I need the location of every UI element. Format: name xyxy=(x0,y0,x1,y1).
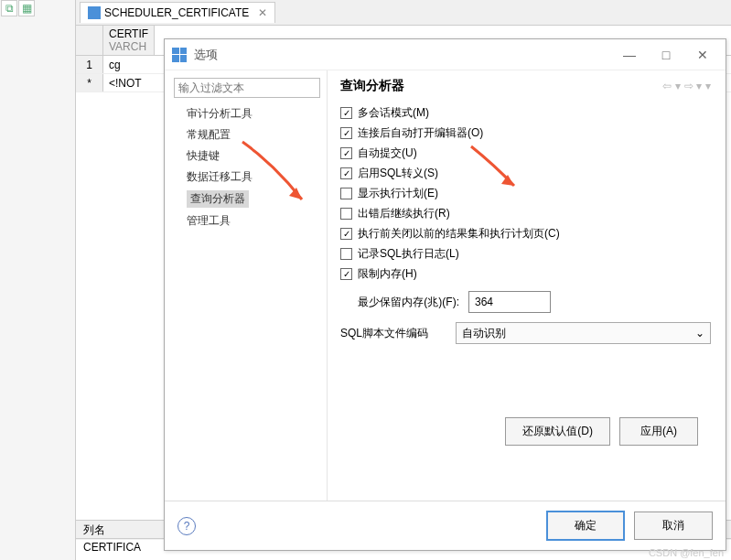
dialog-titlebar: 选项 — □ ✕ xyxy=(165,39,726,70)
minimize-icon[interactable]: — xyxy=(619,48,640,62)
encoding-select[interactable]: 自动识别 ⌄ xyxy=(456,322,711,344)
checkbox-label: 限制内存(H) xyxy=(358,266,417,282)
checkbox[interactable] xyxy=(340,127,352,139)
checkbox-row[interactable]: 执行前关闭以前的结果集和执行计划页(C) xyxy=(340,226,711,242)
apply-button[interactable]: 应用(A) xyxy=(619,417,698,446)
checkbox-label: 多会话模式(M) xyxy=(358,105,429,121)
checkbox-row[interactable]: 启用SQL转义(S) xyxy=(340,166,711,181)
checkbox-label: 出错后继续执行(R) xyxy=(358,206,450,221)
column-header[interactable]: CERTIF VARCH xyxy=(103,26,155,55)
dialog-body: 审计分析工具 常规配置 快捷键 数据迁移工具 查询分析器 管理工具 查询分析器 … xyxy=(165,70,726,501)
options-tree-panel: 审计分析工具 常规配置 快捷键 数据迁移工具 查询分析器 管理工具 xyxy=(165,70,328,501)
left-gutter: ⧉ ▦ xyxy=(0,0,76,560)
close-icon[interactable]: ✕ xyxy=(258,6,267,19)
tree-item-shortcuts[interactable]: 快捷键 xyxy=(174,145,317,167)
row-number-header xyxy=(76,26,103,55)
checkbox-row[interactable]: 多会话模式(M) xyxy=(340,105,711,121)
dialog-footer: ? 确定 取消 xyxy=(165,501,726,550)
watermark: CSDN @fen_fen xyxy=(649,547,724,558)
mem-input[interactable] xyxy=(468,291,551,313)
checkbox-label: 显示执行计划(E) xyxy=(358,186,438,201)
checkbox-label: 启用SQL转义(S) xyxy=(358,166,438,181)
checkbox[interactable] xyxy=(340,147,352,159)
section-title: 查询分析器 xyxy=(340,78,662,94)
checkbox-row[interactable]: 连接后自动打开编辑器(O) xyxy=(340,125,711,141)
tree-item-query-analyzer[interactable]: 查询分析器 xyxy=(174,188,317,210)
mem-label: 最少保留内存(兆)(F): xyxy=(340,295,459,310)
options-icon xyxy=(172,48,187,62)
tree-item-general[interactable]: 常规配置 xyxy=(174,124,317,145)
ok-button[interactable]: 确定 xyxy=(546,511,625,541)
maximize-icon[interactable]: □ xyxy=(656,48,676,62)
tab-title: SCHEDULER_CERTIFICATE xyxy=(104,6,249,19)
checkbox-row[interactable]: 出错后继续执行(R) xyxy=(340,206,711,221)
back-icon[interactable]: ⇦ ▾ xyxy=(662,80,680,92)
checkbox-label: 记录SQL执行日志(L) xyxy=(358,246,459,262)
tree-item-admin[interactable]: 管理工具 xyxy=(174,210,317,232)
checkbox[interactable] xyxy=(340,228,352,240)
chevron-down-icon: ⌄ xyxy=(695,327,704,339)
row-number: * xyxy=(76,74,103,92)
checkbox-row[interactable]: 自动提交(U) xyxy=(340,145,711,161)
dialog-title-text: 选项 xyxy=(194,47,619,63)
checkbox[interactable] xyxy=(340,208,352,220)
close-icon[interactable]: ✕ xyxy=(693,48,713,62)
restore-defaults-button[interactable]: 还原默认值(D) xyxy=(505,417,610,446)
row-number: 1 xyxy=(76,56,103,73)
history-nav: ⇦ ▾ ⇨ ▾ ▾ xyxy=(662,80,711,92)
tool-icon[interactable]: ▦ xyxy=(18,0,35,16)
window-controls: — □ ✕ xyxy=(619,48,713,62)
tree-item-migration[interactable]: 数据迁移工具 xyxy=(174,167,317,188)
tree-item-audit[interactable]: 审计分析工具 xyxy=(174,103,317,124)
checkbox[interactable] xyxy=(340,188,352,199)
checkbox-label: 自动提交(U) xyxy=(358,145,417,161)
tool-icon[interactable]: ⧉ xyxy=(1,0,17,16)
editor-tab[interactable]: SCHEDULER_CERTIFICATE ✕ xyxy=(80,2,275,23)
mini-toolbar: ⧉ ▦ xyxy=(0,0,37,18)
checkbox[interactable] xyxy=(340,248,352,260)
editor-tab-bar: SCHEDULER_CERTIFICATE ✕ xyxy=(76,0,731,26)
options-dialog: 选项 — □ ✕ 审计分析工具 常规配置 快捷键 数据迁移工具 查询分析器 管理… xyxy=(164,38,726,551)
checkbox-label: 连接后自动打开编辑器(O) xyxy=(358,125,483,141)
table-icon xyxy=(88,6,101,19)
tree-item-label: 查询分析器 xyxy=(187,190,249,208)
checkbox-row[interactable]: 显示执行计划(E) xyxy=(340,186,711,201)
checkbox-row[interactable]: 记录SQL执行日志(L) xyxy=(340,246,711,262)
filter-input[interactable] xyxy=(174,78,320,98)
checkbox[interactable] xyxy=(340,268,352,280)
col-type: VARCH xyxy=(109,40,148,53)
dropdown-icon[interactable]: ▾ xyxy=(705,80,711,92)
checkbox-label: 执行前关闭以前的结果集和执行计划页(C) xyxy=(358,226,560,242)
cancel-button[interactable]: 取消 xyxy=(634,512,713,540)
options-content-panel: 查询分析器 ⇦ ▾ ⇨ ▾ ▾ 多会话模式(M)连接后自动打开编辑器(O)自动提… xyxy=(328,70,726,501)
help-icon[interactable]: ? xyxy=(177,517,196,535)
encoding-value: 自动识别 xyxy=(462,326,506,341)
forward-icon[interactable]: ⇨ ▾ xyxy=(684,80,702,92)
checkbox[interactable] xyxy=(340,107,352,119)
checkbox-row[interactable]: 限制内存(H) xyxy=(340,266,711,282)
checkbox[interactable] xyxy=(340,167,352,179)
col-name: CERTIF xyxy=(109,27,148,40)
encoding-label: SQL脚本文件编码 xyxy=(340,326,428,341)
